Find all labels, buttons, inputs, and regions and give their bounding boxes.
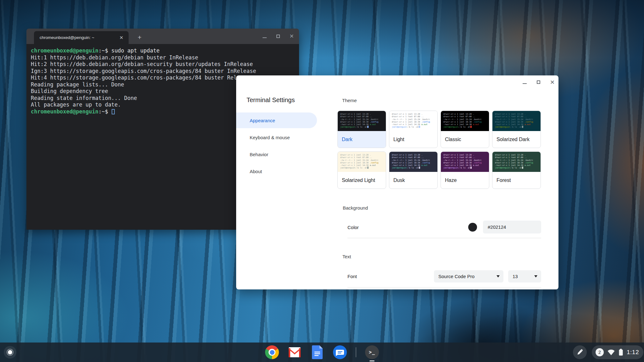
- sidebar-item-behavior[interactable]: Behavior: [236, 146, 317, 162]
- theme-preview: drwxr-xr-x 1 joel 13:28 .drwxr-xr-x 1 ro…: [389, 152, 437, 172]
- terminal-tab-title: chromeunboxed@penguin: ~: [40, 35, 118, 40]
- color-row-label: Color: [347, 225, 359, 230]
- new-tab-button[interactable]: +: [135, 33, 144, 42]
- theme-preview: drwxr-xr-x 1 joel 13:28 .drwxr-xr-x 1 ro…: [338, 152, 386, 172]
- terminal-app-button[interactable]: >_: [365, 345, 379, 359]
- chrome-icon: [265, 345, 279, 359]
- chevron-down-icon: [497, 275, 500, 277]
- terminal-line: chromeunboxed@penguin:~$ sudo apt update: [31, 47, 295, 54]
- battery-icon: [619, 348, 623, 356]
- clock: 1:12: [627, 349, 639, 356]
- terminal-titlebar[interactable]: chromeunboxed@penguin: ~ ✕ + ✕: [26, 29, 299, 44]
- theme-section-label: Theme: [342, 98, 357, 103]
- terminal-tab[interactable]: chromeunboxed@penguin: ~ ✕: [34, 31, 129, 44]
- theme-label: Classic: [441, 131, 489, 148]
- chrome-app-button[interactable]: [265, 345, 279, 359]
- theme-label: Forest: [492, 172, 541, 189]
- font-row-label: Font: [347, 274, 357, 279]
- messages-app-button[interactable]: [333, 345, 347, 359]
- chevron-down-icon: [534, 275, 537, 277]
- theme-preview: drwxr-xr-x 1 joel 13:28 .drwxr-xr-x 1 ro…: [441, 111, 489, 131]
- close-button[interactable]: ✕: [289, 33, 295, 39]
- theme-card-solarized-dark[interactable]: drwxr-xr-x 1 joel 13:28 .drwxr-xr-x 1 ro…: [492, 111, 541, 148]
- sidebar-item-about[interactable]: About: [236, 163, 317, 179]
- docs-icon: [312, 345, 323, 359]
- theme-label: Solarized Light: [338, 172, 386, 189]
- minimize-button[interactable]: [262, 33, 268, 39]
- theme-card-haze[interactable]: drwxr-xr-x 1 joel 13:28 .drwxr-xr-x 1 ro…: [441, 151, 489, 189]
- theme-preview: drwxr-xr-x 1 joel 13:28 .drwxr-xr-x 1 ro…: [492, 111, 541, 131]
- theme-label: Dusk: [389, 172, 437, 189]
- docs-app-button[interactable]: [310, 345, 324, 359]
- launcher-button[interactable]: [4, 346, 16, 359]
- font-size-value: 13: [513, 274, 518, 279]
- terminal-cursor: [112, 109, 115, 114]
- sidebar-item-appearance[interactable]: Appearance: [236, 112, 317, 128]
- pen-icon: [576, 348, 584, 356]
- background-color-swatch[interactable]: [468, 223, 477, 232]
- theme-card-solarized-light[interactable]: drwxr-xr-x 1 joel 13:28 .drwxr-xr-x 1 ro…: [337, 151, 386, 189]
- theme-card-light[interactable]: drwxr-xr-x 1 joel 13:28 .drwxr-xr-x 1 ro…: [389, 111, 438, 148]
- stylus-tools-button[interactable]: [573, 345, 587, 359]
- gmail-app-button[interactable]: [288, 345, 302, 359]
- theme-preview: drwxr-xr-x 1 joel 13:28 .drwxr-xr-x 1 ro…: [492, 152, 541, 172]
- theme-label: Haze: [441, 172, 489, 189]
- page-title: Terminal Settings: [247, 96, 295, 104]
- terminal-line: Hit:2 https://deb.debian.org/debian-secu…: [31, 61, 295, 68]
- text-section-label: Text: [342, 254, 351, 259]
- theme-preview: drwxr-xr-x 1 joel 13:28 .drwxr-xr-x 1 ro…: [338, 111, 386, 131]
- theme-card-dusk[interactable]: drwxr-xr-x 1 joel 13:28 .drwxr-xr-x 1 ro…: [389, 151, 438, 189]
- maximize-button[interactable]: [275, 33, 281, 39]
- theme-label: Dark: [338, 131, 386, 148]
- status-tray[interactable]: 2 1:12: [592, 345, 643, 359]
- theme-label: Light: [389, 131, 437, 148]
- divider: [347, 287, 541, 288]
- divider: [347, 238, 541, 238]
- sidebar-item-keyboard-mouse[interactable]: Keyboard & mouse: [236, 129, 317, 145]
- terminal-settings-window: ✕ Terminal Settings AppearanceKeyboard &…: [236, 75, 558, 289]
- notification-badge: 2: [596, 348, 604, 356]
- background-section-label: Background: [343, 205, 368, 211]
- tab-close-icon[interactable]: ✕: [118, 34, 125, 41]
- gmail-icon: [288, 346, 301, 359]
- running-indicator: [369, 360, 375, 361]
- theme-card-dark[interactable]: drwxr-xr-x 1 joel 13:28 .drwxr-xr-x 1 ro…: [337, 111, 386, 148]
- terminal-line: Hit:1 https://deb.debian.org/debian bust…: [31, 54, 295, 61]
- launcher-icon: [7, 349, 14, 356]
- shelf: >_ 2 1:12: [0, 343, 644, 362]
- theme-label: Solarized Dark: [492, 131, 541, 148]
- terminal-line: Ign:3 https://storage.googleapis.com/cro…: [31, 68, 295, 75]
- shelf-separator: [356, 347, 356, 357]
- theme-preview: drwxr-xr-x 1 joel 13:28 .drwxr-xr-x 1 ro…: [441, 152, 489, 172]
- settings-nav: AppearanceKeyboard & mouseBehaviorAbout: [236, 112, 317, 180]
- font-family-select[interactable]: Source Code Pro: [434, 270, 503, 282]
- theme-grid: drwxr-xr-x 1 joel 13:28 .drwxr-xr-x 1 ro…: [337, 111, 545, 189]
- minimize-button[interactable]: [522, 79, 528, 85]
- theme-card-classic[interactable]: drwxr-xr-x 1 joel 13:28 .drwxr-xr-x 1 ro…: [441, 111, 489, 148]
- theme-preview: drwxr-xr-x 1 joel 13:28 .drwxr-xr-x 1 ro…: [389, 111, 437, 131]
- wifi-icon: [607, 349, 615, 356]
- messages-icon: [333, 345, 347, 359]
- background-color-input[interactable]: #202124: [483, 221, 541, 233]
- theme-card-forest[interactable]: drwxr-xr-x 1 joel 13:28 .drwxr-xr-x 1 ro…: [492, 151, 541, 189]
- close-button[interactable]: ✕: [549, 79, 555, 85]
- terminal-icon: >_: [365, 345, 379, 359]
- maximize-button[interactable]: [536, 79, 541, 85]
- font-family-value: Source Code Pro: [438, 274, 475, 279]
- font-size-select[interactable]: 13: [508, 270, 541, 282]
